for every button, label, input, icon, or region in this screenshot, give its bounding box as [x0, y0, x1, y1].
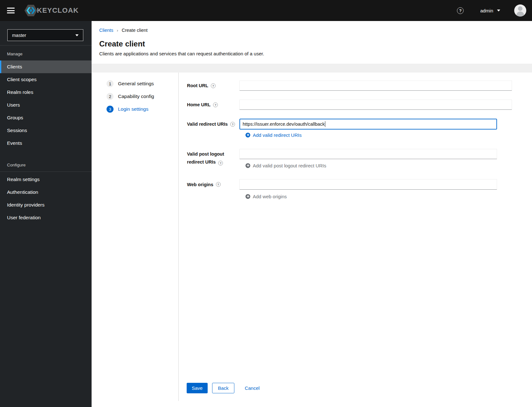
create-client-wizard: 1 General settings 2 Capability config 3…	[92, 73, 532, 407]
step-number: 2	[107, 93, 114, 100]
valid-redirect-uris-label: Valid redirect URIs	[187, 119, 235, 130]
help-icon[interactable]	[213, 102, 218, 107]
add-post-logout-uri-button[interactable]: Add valid post logout redirect URIs	[245, 162, 326, 169]
sidebar-item-sessions[interactable]: Sessions	[0, 124, 92, 137]
nav-section-configure: Configure	[7, 163, 26, 167]
home-url-label: Home URL	[187, 100, 218, 110]
page-subtitle: Clients are applications and services th…	[99, 51, 532, 56]
realm-selector[interactable]: master	[7, 29, 83, 41]
keycloak-logo: KEYCLOAK	[24, 4, 79, 17]
help-icon[interactable]	[218, 161, 223, 165]
brand-name: KEYCLOAK	[37, 6, 79, 15]
root-url-label: Root URL	[187, 81, 216, 91]
back-button[interactable]: Back	[212, 383, 234, 393]
caret-down-icon	[497, 10, 500, 11]
add-redirect-uri-button[interactable]: Add valid redirect URIs	[245, 132, 301, 138]
chevron-right-icon: ›	[117, 28, 118, 33]
help-icon[interactable]	[230, 122, 235, 127]
redirect-uri-input[interactable]: https://issuer.enforce.dev/oauth/callbac…	[239, 119, 497, 130]
web-origins-label: Web origins	[187, 179, 221, 190]
help-icon[interactable]	[457, 7, 464, 14]
page-header: Clients › Create client Create client Cl…	[92, 21, 532, 64]
home-url-input[interactable]	[239, 100, 512, 110]
wizard-step-login-settings[interactable]: 3 Login settings	[107, 106, 149, 113]
keycloak-logo-icon	[24, 4, 38, 17]
username: admin	[480, 8, 493, 13]
sidebar: master Manage Clients Client scopes Real…	[0, 21, 92, 407]
sidebar-item-clients[interactable]: Clients	[0, 60, 92, 73]
main-area: Clients › Create client Create client Cl…	[92, 21, 532, 407]
divider	[0, 172, 92, 172]
person-icon	[518, 6, 522, 11]
plus-circle-icon	[245, 194, 250, 199]
help-icon[interactable]	[216, 182, 221, 187]
post-logout-uris-label: Valid post logout redirect URIs	[187, 150, 224, 166]
breadcrumb-current: Create client	[122, 28, 148, 33]
divider	[0, 45, 92, 46]
post-logout-uri-input[interactable]	[239, 149, 497, 159]
breadcrumb: Clients › Create client	[99, 28, 532, 33]
divider	[178, 73, 179, 401]
realm-name: master	[12, 33, 26, 38]
plus-circle-icon	[245, 133, 250, 137]
wizard-step-general-settings[interactable]: 1 General settings	[107, 80, 154, 87]
plus-circle-icon	[245, 163, 250, 168]
help-icon[interactable]	[211, 83, 216, 88]
nav-toggle-button[interactable]	[7, 8, 15, 13]
sidebar-item-client-scopes[interactable]: Client scopes	[0, 73, 92, 86]
masthead-toolbar: admin	[457, 4, 526, 17]
hamburger-icon	[7, 8, 15, 9]
masthead: KEYCLOAK admin	[0, 0, 532, 21]
section-gap	[92, 64, 532, 73]
text-cursor	[325, 121, 326, 127]
save-button[interactable]: Save	[187, 383, 208, 393]
step-number: 1	[107, 80, 114, 87]
sidebar-item-identity-providers[interactable]: Identity providers	[0, 199, 92, 211]
sidebar-item-events[interactable]: Events	[0, 137, 92, 150]
sidebar-item-users[interactable]: Users	[0, 99, 92, 111]
sidebar-item-authentication[interactable]: Authentication	[0, 186, 92, 199]
user-menu[interactable]: admin	[480, 8, 500, 13]
sidebar-item-realm-settings[interactable]: Realm settings	[0, 173, 92, 186]
sidebar-item-realm-roles[interactable]: Realm roles	[0, 86, 92, 99]
caret-down-icon	[75, 34, 79, 36]
cancel-button[interactable]: Cancel	[239, 383, 265, 393]
wizard-step-capability-config[interactable]: 2 Capability config	[107, 93, 154, 100]
nav-section-manage: Manage	[7, 52, 23, 56]
add-web-origins-button[interactable]: Add web origins	[245, 193, 287, 200]
page-title: Create client	[99, 39, 532, 48]
sidebar-item-user-federation[interactable]: User federation	[0, 211, 92, 224]
sidebar-item-groups[interactable]: Groups	[0, 111, 92, 124]
step-number: 3	[107, 106, 114, 113]
avatar	[514, 4, 526, 17]
breadcrumb-clients-link[interactable]: Clients	[99, 28, 113, 33]
web-origins-input[interactable]	[239, 179, 497, 190]
root-url-input[interactable]	[239, 81, 512, 91]
